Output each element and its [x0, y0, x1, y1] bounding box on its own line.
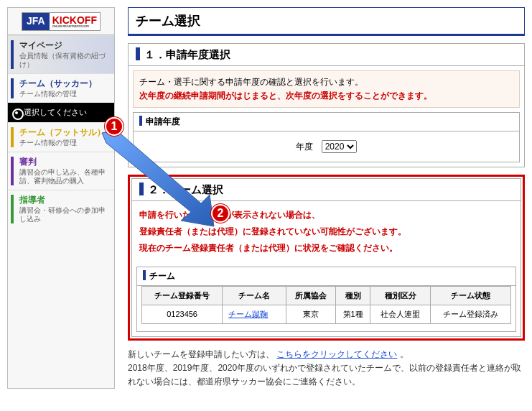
warning-line: 申請を行いたいチームが表示されない場合は、: [139, 207, 513, 223]
table-header-row: チーム登録番号 チーム名 所属協会 種別 種別区分 チーム状態: [142, 286, 511, 305]
col-name: チーム名: [223, 286, 286, 305]
team-link[interactable]: チーム蹴鞠: [228, 310, 268, 318]
warning-block: 申請を行いたいチームが表示されない場合は、 登録責任者（または代理）に登録されて…: [132, 201, 521, 262]
table-row: 0123456 チーム蹴鞠 東京 第1種 社会人連盟 チーム登録済み: [142, 305, 511, 323]
col-cat: 種別区分: [370, 286, 430, 305]
main-content: チーム選択 １．申請年度選択 チーム・選手に関する申請年度の確認と選択を行います…: [128, 7, 525, 389]
sidebar-item-desc: 講習会の申し込み、各種申請、審判物品の購入: [12, 168, 110, 185]
year-label: 年度: [296, 142, 313, 152]
team-subbox: チーム チーム登録番号 チーム名 所属協会 種別 種別区分 チーム状態 0123…: [136, 267, 516, 332]
logo-kickoff: KICKOFF ONLINE REGISTRATION SITE: [50, 13, 100, 30]
warning-line: 現在のチーム登録責任者（または代理）に状況をご確認ください。: [139, 240, 513, 257]
notice-box: チーム・選手に関する申請年度の確認と選択を行います。 次年度の継続申請期間がはじ…: [133, 70, 520, 108]
sidebar-item-label: マイページ: [12, 40, 110, 52]
highlight-team: ２．チーム選択 申請を行いたいチームが表示されない場合は、 登録責任者（または代…: [128, 175, 525, 340]
sidebar-item-label: 指導者: [12, 194, 110, 206]
logo-jfa: JFA: [22, 13, 50, 30]
section-title: ２．チーム選択: [132, 179, 521, 201]
sidebar-item-label: チーム（サッカー）: [12, 78, 110, 90]
sidebar-item-desc: チーム情報の管理: [12, 90, 110, 98]
section-year: １．申請年度選択 チーム・選手に関する申請年度の確認と選択を行います。 次年度の…: [128, 43, 525, 167]
callout-badge-1: 1: [105, 117, 123, 136]
register-new-team-link[interactable]: こちらをクリックしてください: [276, 349, 397, 359]
sidebar-item-coach[interactable]: 指導者 講習会・研修会への参加申し込み: [8, 190, 114, 228]
cell-status: チーム登録済み: [430, 305, 510, 323]
footer-note: 新しいチームを登録申請したい方は、 こちらをクリックしてください 。 2018年…: [128, 348, 525, 389]
year-subbox: 申請年度 年度 2020: [133, 112, 520, 162]
sidebar-item-mypage[interactable]: マイページ 会員情報（保有資格の紐づけ）: [8, 35, 114, 73]
year-select[interactable]: 2020: [322, 140, 357, 153]
team-subhead: チーム: [137, 267, 515, 286]
callout-badge-2: 2: [211, 204, 230, 223]
cell-no: 0123456: [142, 305, 223, 323]
sidebar-select-label: 選択してください: [24, 108, 87, 116]
cell-type: 第1種: [335, 305, 370, 323]
col-type: 種別: [335, 286, 370, 305]
cell-cat: 社会人連盟: [370, 305, 430, 323]
sidebar-item-label: チーム（フットサル）: [12, 126, 110, 139]
team-table: チーム登録番号 チーム名 所属協会 種別 種別区分 チーム状態 0123456 …: [141, 286, 511, 324]
sidebar-item-desc: 講習会・研修会への参加申し込み: [12, 206, 110, 223]
sidebar-item-desc: チーム情報の管理: [12, 139, 110, 147]
sidebar-item-team-futsal[interactable]: チーム（フットサル） チーム情報の管理: [8, 122, 114, 152]
col-assoc: 所属協会: [286, 286, 335, 305]
cell-assoc: 東京: [286, 305, 335, 323]
col-no: チーム登録番号: [142, 286, 223, 305]
section-title: １．申請年度選択: [129, 44, 524, 66]
sidebar-item-label: 審判: [12, 156, 110, 168]
year-subhead: 申請年度: [134, 113, 519, 131]
col-status: チーム状態: [430, 286, 510, 305]
sidebar: JFA KICKOFF ONLINE REGISTRATION SITE マイペ…: [7, 7, 115, 389]
sidebar-item-desc: 会員情報（保有資格の紐づけ）: [12, 52, 110, 69]
cell-name: チーム蹴鞠: [223, 305, 286, 323]
notice-line: チーム・選手に関する申請年度の確認と選択を行います。: [139, 75, 513, 89]
sidebar-item-team-soccer[interactable]: チーム（サッカー） チーム情報の管理: [8, 73, 114, 103]
notice-line-red: 次年度の継続申請期間がはじまると、次年度の選択をすることができます。: [139, 89, 513, 103]
sidebar-item-referee[interactable]: 審判 講習会の申し込み、各種申請、審判物品の購入: [8, 152, 114, 190]
page-title: チーム選択: [129, 8, 524, 35]
logo: JFA KICKOFF ONLINE REGISTRATION SITE: [8, 8, 114, 35]
sidebar-select-prompt[interactable]: 選択してください: [8, 103, 114, 122]
warning-line: 登録責任者（または代理）に登録されていない可能性がございます。: [139, 223, 513, 240]
